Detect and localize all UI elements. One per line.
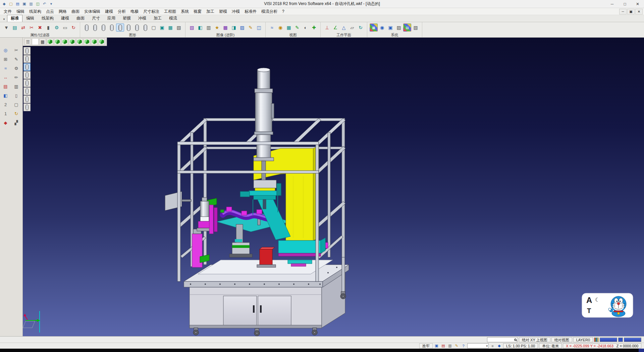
toolbar-icon[interactable]: ✂: [28, 24, 36, 32]
filter-toggle-button[interactable]: [23, 63, 31, 71]
quick-access-icon[interactable]: ▥: [28, 1, 34, 7]
status-search-box[interactable]: [487, 337, 518, 342]
menu-item[interactable]: 编辑: [14, 9, 27, 14]
palette-tool-icon[interactable]: ≈: [2, 64, 10, 72]
quick-access-icon[interactable]: ▾: [48, 1, 54, 7]
quick-access-icon[interactable]: ▢: [8, 1, 14, 7]
toolbar-icon[interactable]: △: [340, 24, 348, 32]
toolbar-icon[interactable]: ▩: [221, 24, 229, 32]
mdi-control-button[interactable]: ─: [619, 9, 627, 14]
palette-tool-icon[interactable]: ✏: [12, 74, 20, 81]
toolbar-icon[interactable]: ✚: [310, 24, 318, 32]
toolbar-icon[interactable]: ▼: [2, 24, 10, 32]
view-cube-icon[interactable]: [32, 38, 39, 45]
toolbar-icon[interactable]: ▣: [158, 24, 166, 32]
menu-item[interactable]: 曲面: [69, 9, 82, 14]
toolbar-icon[interactable]: [133, 24, 141, 32]
view-cube-icon[interactable]: [47, 38, 53, 45]
palette-tool-icon[interactable]: ◧: [2, 92, 10, 99]
menu-item[interactable]: 文件: [1, 9, 14, 14]
toolbar-icon[interactable]: ▭: [61, 24, 69, 32]
window-control-button[interactable]: ─: [606, 0, 619, 8]
toolbar-icon[interactable]: [83, 24, 91, 32]
view-cube-icon[interactable]: ☰: [24, 38, 31, 45]
toolbar-icon[interactable]: ⊥: [323, 24, 331, 32]
toolbar-icon[interactable]: ⇄: [19, 24, 27, 32]
quick-access-icon[interactable]: ↶: [42, 1, 47, 7]
toolbar-icon[interactable]: ∠: [331, 24, 339, 32]
ribbon-tab[interactable]: 曲面: [73, 15, 88, 22]
toolbar-icon[interactable]: ▦: [285, 24, 293, 32]
units-indicator[interactable]: 单位: 毫米: [539, 343, 562, 348]
toolbar-icon[interactable]: ↻: [69, 24, 77, 32]
status-tool-icon[interactable]: ≡: [490, 343, 495, 348]
view-cube-icon[interactable]: ▦: [39, 38, 46, 45]
ribbon-tab[interactable]: 尺寸: [88, 15, 104, 22]
palette-tool-icon[interactable]: ▥: [12, 83, 20, 90]
status-tool-icon[interactable]: ?: [461, 343, 466, 348]
toolbar-icon[interactable]: ↻: [357, 24, 365, 32]
color-palette-chip[interactable]: [594, 338, 599, 342]
status-tool-icon[interactable]: ◆: [496, 343, 502, 348]
toolbar-icon[interactable]: [99, 24, 107, 32]
filter-toggle-button[interactable]: [23, 47, 31, 55]
quick-access-icon[interactable]: ▣: [21, 1, 27, 7]
filter-toggle-button[interactable]: [23, 79, 31, 87]
view-cube-icon[interactable]: [84, 38, 90, 45]
menu-item[interactable]: ?: [280, 9, 287, 14]
palette-tool-icon[interactable]: ▤: [2, 83, 10, 90]
toolbar-icon[interactable]: [91, 24, 99, 32]
status-tool-icon[interactable]: ▥: [447, 343, 453, 348]
window-control-button[interactable]: ✕: [631, 0, 644, 8]
pen-color-bar[interactable]: [624, 338, 641, 342]
viewport[interactable]: ☰▦ A ☾ T: [23, 38, 644, 336]
ribbon-tab[interactable]: 编辑: [22, 15, 38, 22]
toolbar-icon[interactable]: ≈: [268, 24, 276, 32]
menu-item[interactable]: 标准件: [242, 9, 259, 14]
toolbar-icon[interactable]: ▢: [150, 24, 158, 32]
filter-toggle-button[interactable]: [23, 95, 31, 103]
ribbon-tab[interactable]: 加工: [150, 15, 165, 22]
absolute-view-indicator[interactable]: 绝对视图: [551, 337, 572, 342]
toolbar-icon[interactable]: ✎: [247, 24, 255, 32]
menu-item[interactable]: 冲模: [229, 9, 242, 14]
view-cube-icon[interactable]: [91, 38, 98, 45]
toolbar-icon[interactable]: ▤: [11, 24, 19, 32]
layer-indicator[interactable]: LAYER0: [573, 337, 593, 342]
palette-tool-icon[interactable]: ⊞: [2, 55, 10, 63]
palette-tool-icon[interactable]: ⚙: [12, 64, 20, 72]
quick-access-icon[interactable]: ◆: [1, 1, 7, 7]
toolbar-icon[interactable]: ▧: [412, 24, 420, 32]
show-desktop-button[interactable]: [639, 349, 644, 352]
toolbar-icon[interactable]: ▧: [188, 24, 196, 32]
palette-tool-icon[interactable]: ▞: [12, 119, 20, 126]
toolbar-icon[interactable]: ▣: [386, 24, 394, 32]
palette-tool-icon[interactable]: ✂: [12, 46, 20, 54]
menu-item[interactable]: 工程图: [162, 9, 178, 14]
pen-color-chip[interactable]: [618, 338, 623, 342]
tab-dropdown-icon[interactable]: ▾: [1, 16, 7, 22]
toolbar-icon[interactable]: ◧: [196, 24, 204, 32]
ribbon-tab[interactable]: 冲模: [135, 15, 150, 22]
ribbon-tab[interactable]: 线架构: [38, 15, 57, 22]
toolbar-icon[interactable]: ▥: [205, 24, 213, 32]
view-cube-icon[interactable]: [76, 38, 83, 45]
toolbar-icon[interactable]: ▮: [44, 24, 52, 32]
quick-access-icon[interactable]: ◫: [35, 1, 41, 7]
filter-toggle-button[interactable]: [23, 55, 31, 63]
palette-tool-icon[interactable]: ✎: [12, 55, 20, 63]
palette-tool-icon[interactable]: ↻: [12, 110, 20, 117]
view-cube-icon[interactable]: [69, 38, 75, 45]
palette-tool-icon[interactable]: ◆: [2, 119, 10, 126]
ribbon-tab[interactable]: 塑膜: [119, 15, 135, 22]
toolbar-icon[interactable]: ▦: [370, 24, 378, 32]
mdi-control-button[interactable]: ✕: [635, 9, 643, 14]
menu-item[interactable]: 实体编辑: [82, 9, 103, 14]
view-cube-icon[interactable]: [61, 38, 68, 45]
menu-item[interactable]: 模流分析: [259, 9, 280, 14]
toolbar-icon[interactable]: ▨: [238, 24, 246, 32]
status-tool-icon[interactable]: ▣: [434, 343, 439, 348]
palette-tool-icon[interactable]: 2: [2, 101, 10, 108]
view-mode-indicator[interactable]: 绝对 XY 上视图: [519, 337, 550, 342]
toolbar-icon[interactable]: ▦: [166, 24, 174, 32]
